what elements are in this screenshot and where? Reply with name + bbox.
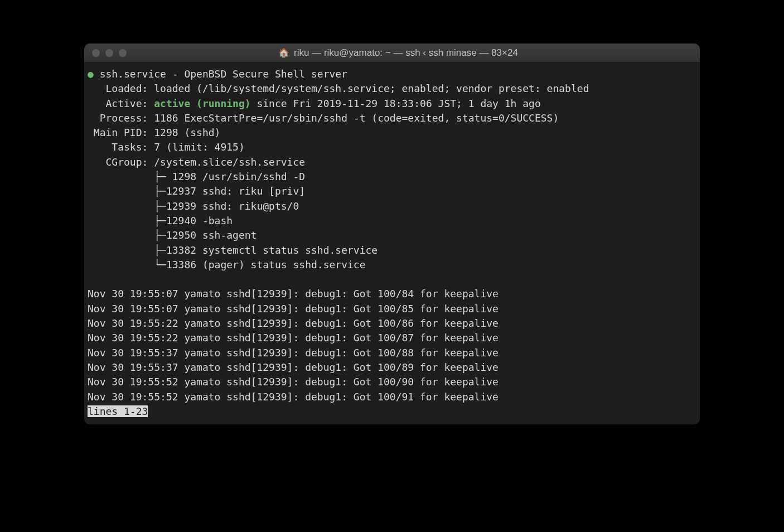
tree-line: └─13386 (pager) status sshd.service [88,258,696,272]
log-line: Nov 30 19:55:52 yamato sshd[12939]: debu… [88,375,696,389]
tree-line: ├─12950 ssh-agent [88,228,696,243]
log-line: Nov 30 19:55:22 yamato sshd[12939]: debu… [88,316,696,331]
tasks-line: Tasks: 7 (limit: 4915) [88,140,696,154]
log-line: Nov 30 19:55:07 yamato sshd[12939]: debu… [88,287,696,301]
title-text: riku — riku@yamato: ~ — ssh ‹ ssh minase… [294,47,518,59]
close-button[interactable] [92,49,100,57]
tree-line: ├─12940 -bash [88,214,696,228]
tree-line: ├─13382 systemctl status sshd.service [88,243,696,258]
process-line: Process: 1186 ExecStartPre=/usr/sbin/ssh… [88,111,696,125]
status-dot-icon: ● [88,68,94,80]
window-title: 🏠 riku — riku@yamato: ~ — ssh ‹ ssh mina… [104,47,692,59]
log-line: Nov 30 19:55:52 yamato sshd[12939]: debu… [88,390,696,404]
active-since: since Fri 2019-11-29 18:33:06 JST; 1 day… [251,98,541,109]
service-header: ssh.service - OpenBSD Secure Shell serve… [94,68,347,80]
log-line: Nov 30 19:55:22 yamato sshd[12939]: debu… [88,331,696,345]
active-status: active (running) [154,98,250,109]
main-pid-line: Main PID: 1298 (sshd) [88,125,696,140]
pager-status: lines 1-23 [88,405,148,417]
titlebar[interactable]: 🏠 riku — riku@yamato: ~ — ssh ‹ ssh mina… [84,43,700,62]
service-header-line: ● ssh.service - OpenBSD Secure Shell ser… [88,67,696,81]
pager-status-line: lines 1-23 [88,404,696,419]
log-line: Nov 30 19:55:07 yamato sshd[12939]: debu… [88,302,696,316]
cgroup-line: CGroup: /system.slice/ssh.service [88,155,696,170]
log-line: Nov 30 19:55:37 yamato sshd[12939]: debu… [88,346,696,360]
home-icon: 🏠 [278,47,289,58]
terminal-body[interactable]: ● ssh.service - OpenBSD Secure Shell ser… [84,62,700,424]
terminal-window: 🏠 riku — riku@yamato: ~ — ssh ‹ ssh mina… [84,43,700,424]
tree-line: ├─ 1298 /usr/sbin/sshd -D [88,170,696,184]
log-line: Nov 30 19:55:37 yamato sshd[12939]: debu… [88,360,696,375]
active-label: Active: [88,98,154,109]
loaded-line: Loaded: loaded (/lib/systemd/system/ssh.… [88,81,696,96]
blank-line [88,272,696,287]
active-line: Active: active (running) since Fri 2019-… [88,96,696,111]
tree-line: ├─12937 sshd: riku [priv] [88,184,696,199]
tree-line: ├─12939 sshd: riku@pts/0 [88,199,696,214]
